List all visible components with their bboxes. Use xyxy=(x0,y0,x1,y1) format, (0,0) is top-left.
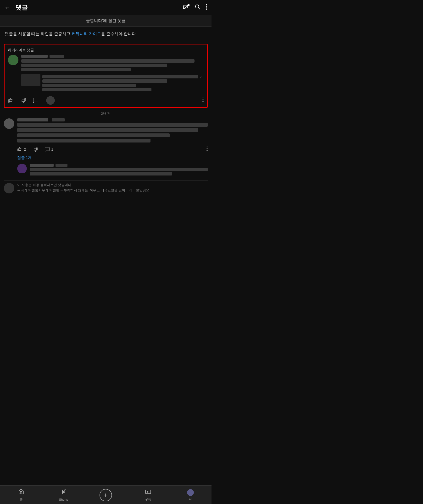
comment-2-actions: 2 1 xyxy=(17,145,208,153)
blur-line xyxy=(30,168,208,171)
reply-author-blurred xyxy=(30,164,54,167)
avatar xyxy=(8,55,18,65)
comment-header-2 xyxy=(17,118,208,121)
comment-time-blurred xyxy=(49,55,64,58)
community-guide-link[interactable]: 커뮤니티 가이드 xyxy=(72,31,101,36)
blur-line xyxy=(17,123,208,127)
reply-button[interactable] xyxy=(33,97,38,103)
blur-line xyxy=(21,68,131,71)
svg-point-8 xyxy=(206,8,207,10)
blur-line xyxy=(21,64,167,67)
avatar xyxy=(4,118,14,129)
more-icon[interactable] xyxy=(206,4,207,11)
comment-2-more-button[interactable] xyxy=(207,146,208,153)
svg-rect-3 xyxy=(188,4,190,6)
top-bar-icons xyxy=(183,4,207,11)
blur-line xyxy=(42,84,136,87)
highlight-comment-box: 하이라이트 댓글 xyxy=(4,44,208,108)
reply-count: 1 xyxy=(51,147,53,151)
blur-line xyxy=(17,133,170,137)
svg-point-9 xyxy=(203,97,204,98)
back-button[interactable]: ← xyxy=(4,4,11,11)
bottom-comment-text: 이 사용은 비공 블럭서로만 댓글대니 xyxy=(17,183,208,187)
comment-author-blurred xyxy=(21,55,48,58)
comment-media-row: › xyxy=(21,74,204,92)
like-button[interactable] xyxy=(8,97,14,103)
bottom-comment-sub: 무너가 탁월함사우가 탁월한 구부력하지 않게들..싸우고 배극요청을 맞히..… xyxy=(17,188,208,192)
blur-line xyxy=(42,75,198,78)
reply-link[interactable]: 답글 1개 xyxy=(17,156,208,160)
blur-line xyxy=(17,139,151,143)
like-button-2[interactable]: 2 xyxy=(17,147,26,152)
svg-point-7 xyxy=(206,6,207,7)
svg-point-14 xyxy=(207,150,208,151)
highlight-comment-actions xyxy=(8,95,204,105)
svg-point-6 xyxy=(206,4,207,5)
comment-more-button[interactable] xyxy=(202,97,204,103)
comment-body xyxy=(21,59,204,71)
reply-time-blurred xyxy=(55,164,67,167)
comment-timestamp: 2년 전 xyxy=(4,112,208,116)
svg-point-10 xyxy=(203,99,204,100)
reply-body xyxy=(30,168,208,175)
cast-icon[interactable] xyxy=(183,4,190,11)
comment-body-2 xyxy=(17,123,208,143)
svg-line-5 xyxy=(199,8,200,9)
bottom-comment-item: 이 사용은 비공 블럭서로만 댓글대니 무너가 탁월함사우가 탁월한 구부력하지… xyxy=(4,183,208,193)
reply-content xyxy=(30,164,208,176)
svg-point-12 xyxy=(207,146,208,147)
notice-suffix: 를 준수해야 합니다. xyxy=(101,31,137,36)
reply-header xyxy=(30,164,208,167)
svg-point-13 xyxy=(207,148,208,149)
top-bar: ← 댓글 xyxy=(0,0,211,15)
subtitle-bar: 글합니다'에 달린 댓글 xyxy=(0,15,211,27)
nav-spacer xyxy=(0,195,211,214)
subtitle-text: 글합니다'에 달린 댓글 xyxy=(86,18,126,23)
blur-line xyxy=(42,88,151,91)
highlight-label: 하이라이트 댓글 xyxy=(8,48,204,52)
media-text xyxy=(42,74,198,92)
action-avatar xyxy=(46,96,55,105)
notice-prefix: 댓글을 사용할 때는 타인을 존중하고 xyxy=(5,31,72,36)
comment-content: › xyxy=(21,55,204,92)
reply-button-2[interactable]: 1 xyxy=(44,147,53,152)
svg-point-11 xyxy=(203,101,204,102)
page-title: 댓글 xyxy=(15,3,183,12)
comment-header xyxy=(21,55,204,58)
like-count: 2 xyxy=(24,147,26,151)
comment-content-2: 2 1 xyxy=(17,118,208,153)
blur-line xyxy=(30,172,172,175)
comment-section: 2년 전 2 xyxy=(0,112,211,195)
bottom-comment-content: 이 사용은 비공 블럭서로만 댓글대니 무너가 탁월함사우가 탁월한 구부력하지… xyxy=(17,183,208,193)
highlight-comment-item: › xyxy=(8,55,204,92)
bottom-comment-area: 이 사용은 비공 블럭서로만 댓글대니 무너가 탁월함사우가 탁월한 구부력하지… xyxy=(4,180,208,195)
blur-line xyxy=(17,128,198,132)
bottom-comment-avatar xyxy=(4,183,14,193)
notice-text: 댓글을 사용할 때는 타인을 존중하고 커뮤니티 가이드를 준수해야 합니다. xyxy=(0,27,211,41)
dislike-button-2[interactable] xyxy=(32,147,38,152)
blur-line xyxy=(42,79,167,83)
expand-icon[interactable]: › xyxy=(200,74,204,79)
search-icon[interactable] xyxy=(195,4,201,11)
media-thumb xyxy=(21,74,40,86)
comment-author-blurred xyxy=(17,118,48,121)
comment-time-blurred xyxy=(52,118,65,121)
comment-item-2: 2 1 xyxy=(4,118,208,153)
reply-avatar xyxy=(17,164,27,173)
blur-line xyxy=(21,59,195,63)
dislike-button[interactable] xyxy=(20,97,26,103)
reply-comment xyxy=(17,164,208,176)
